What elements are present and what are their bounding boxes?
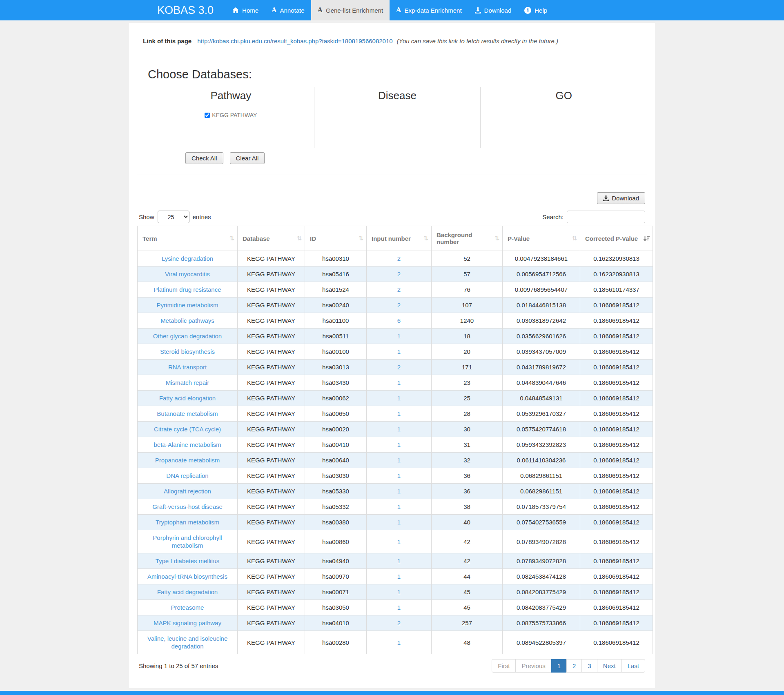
pagination-first[interactable]: First (492, 659, 516, 673)
term-link-cell: Citrate cycle (TCA cycle) (138, 422, 238, 437)
id-cell: hsa00860 (305, 530, 367, 553)
download-results-button[interactable]: Download (597, 192, 645, 204)
disease-column-title: Disease (314, 89, 481, 102)
input-number-link[interactable]: 2 (397, 302, 401, 309)
term-link[interactable]: Aminoacyl-tRNA biosynthesis (147, 573, 227, 580)
input-number-link[interactable]: 1 (397, 573, 401, 580)
input-number-link[interactable]: 1 (397, 379, 401, 386)
nav-item-download[interactable]: Download (468, 0, 518, 20)
p-value-cell: 0.0539296170327 (503, 406, 580, 422)
input-number-link[interactable]: 1 (397, 348, 401, 355)
nav-item-label: Exp-data Enrichment (404, 7, 461, 14)
input-number-link[interactable]: 1 (397, 519, 401, 526)
input-number-link[interactable]: 1 (397, 503, 401, 510)
pagination-previous[interactable]: Previous (515, 659, 551, 673)
input-number-link[interactable]: 1 (397, 488, 401, 495)
nav-item-exp-data-enrichment[interactable]: A Exp-data Enrichment (390, 0, 468, 20)
check-all-button[interactable]: Check All (185, 152, 223, 164)
term-link[interactable]: Tryptophan metabolism (156, 519, 219, 526)
term-link[interactable]: Allograft rejection (164, 488, 211, 495)
column-header-id[interactable]: ID ⇅ (305, 226, 367, 251)
background-number-cell: 57 (432, 266, 503, 282)
term-link[interactable]: Propanoate metabolism (155, 457, 220, 464)
input-number-link[interactable]: 6 (397, 317, 401, 324)
input-number-link[interactable]: 1 (397, 472, 401, 479)
p-value-cell: 0.0824538474128 (503, 569, 580, 584)
term-link[interactable]: Mismatch repair (166, 379, 209, 386)
download-button-label: Download (612, 195, 639, 202)
kegg-pathway-option[interactable]: KEGG PATHWAY (205, 112, 257, 118)
term-link[interactable]: Fatty acid degradation (157, 588, 218, 595)
term-link[interactable]: Graft-versus-host disease (152, 503, 223, 510)
term-link[interactable]: Platinum drug resistance (154, 286, 221, 293)
result-link-url[interactable]: http://kobas.cbi.pku.edu.cn/result_kobas… (197, 38, 392, 44)
input-number-link-cell: 1 (367, 344, 432, 360)
page-length-select[interactable]: 25 (158, 211, 189, 223)
input-number-link[interactable]: 1 (397, 441, 401, 448)
column-header-p-value[interactable]: P-Value ⇅ (503, 226, 580, 251)
term-link[interactable]: Type I diabetes mellitus (156, 557, 220, 564)
column-header-term[interactable]: Term ⇅ (138, 226, 238, 251)
term-link[interactable]: Porphyrin and chlorophyll metabolism (153, 534, 222, 549)
term-link[interactable]: Viral myocarditis (165, 271, 210, 278)
input-number-link[interactable]: 2 (397, 255, 401, 262)
p-value-cell: 0.0575420774618 (503, 422, 580, 437)
term-link[interactable]: Citrate cycle (TCA cycle) (154, 426, 221, 433)
input-number-link[interactable]: 1 (397, 538, 401, 545)
term-link[interactable]: Butanoate metabolism (157, 410, 218, 417)
pagination-next[interactable]: Next (597, 659, 622, 673)
term-link[interactable]: Valine, leucine and isoleucine degradati… (147, 635, 228, 650)
table-row: Metabolic pathwaysKEGG PATHWAYhsa0110061… (138, 313, 653, 329)
column-header-background-number[interactable]: Background number ⇅ (432, 226, 503, 251)
term-link[interactable]: MAPK signaling pathway (154, 620, 221, 626)
input-number-link[interactable]: 2 (397, 364, 401, 371)
term-link[interactable]: Other glycan degradation (153, 333, 222, 340)
input-number-link[interactable]: 1 (397, 426, 401, 433)
table-row: Viral myocarditisKEGG PATHWAYhsa05416257… (138, 266, 653, 282)
term-link[interactable]: Lysine degradation (162, 255, 213, 262)
input-number-link[interactable]: 1 (397, 395, 401, 402)
input-number-link[interactable]: 1 (397, 588, 401, 595)
term-link[interactable]: RNA transport (168, 364, 207, 371)
pagination-last[interactable]: Last (621, 659, 645, 673)
column-header-input-number[interactable]: Input number ⇅ (367, 226, 432, 251)
kegg-checkbox[interactable] (205, 113, 210, 118)
input-number-link-cell: 1 (367, 499, 432, 515)
input-number-link[interactable]: 1 (397, 457, 401, 464)
input-number-link[interactable]: 1 (397, 639, 401, 646)
input-number-link[interactable]: 1 (397, 604, 401, 611)
input-number-link[interactable]: 1 (397, 410, 401, 417)
term-link[interactable]: beta-Alanine metabolism (154, 441, 221, 448)
background-number-cell: 20 (432, 344, 503, 360)
input-number-link[interactable]: 2 (397, 286, 401, 293)
term-link[interactable]: Metabolic pathways (160, 317, 214, 324)
input-number-link[interactable]: 1 (397, 557, 401, 564)
pagination-page-2[interactable]: 2 (566, 659, 582, 673)
table-row: Fatty acid degradationKEGG PATHWAYhsa000… (138, 584, 653, 600)
p-value-cell: 0.0448390447646 (503, 375, 580, 391)
term-link-cell: Propanoate metabolism (138, 453, 238, 468)
term-link[interactable]: Pyrimidine metabolism (157, 302, 218, 309)
input-number-link[interactable]: 1 (397, 333, 401, 340)
input-number-link[interactable]: 2 (397, 271, 401, 278)
database-cell: KEGG PATHWAY (238, 515, 305, 530)
pagination-page-3[interactable]: 3 (581, 659, 597, 673)
nav-item-help[interactable]: i Help (518, 0, 554, 20)
term-link-cell: Platinum drug resistance (138, 282, 238, 298)
database-cell: KEGG PATHWAY (238, 375, 305, 391)
column-header-corrected-p-value[interactable]: Corrected P-Value (580, 226, 653, 251)
nav-item-home[interactable]: Home (226, 0, 265, 20)
search-input[interactable] (567, 211, 645, 223)
column-header-database[interactable]: Database ⇅ (238, 226, 305, 251)
clear-all-button[interactable]: Clear All (230, 152, 265, 164)
nav-item-gene-list-enrichment[interactable]: A Gene-list Enrichment (311, 0, 390, 20)
nav-item-annotate[interactable]: A Annotate (265, 0, 311, 20)
corrected-p-value-cell: 0.186069185412 (580, 422, 653, 437)
term-link[interactable]: Fatty acid elongation (159, 395, 216, 402)
sort-icon: ⇅ (296, 235, 302, 242)
term-link[interactable]: Steroid biosynthesis (160, 348, 215, 355)
pagination-page-1[interactable]: 1 (551, 659, 567, 673)
term-link[interactable]: DNA replication (166, 472, 208, 479)
input-number-link[interactable]: 2 (397, 620, 401, 626)
term-link[interactable]: Proteasome (171, 604, 204, 611)
